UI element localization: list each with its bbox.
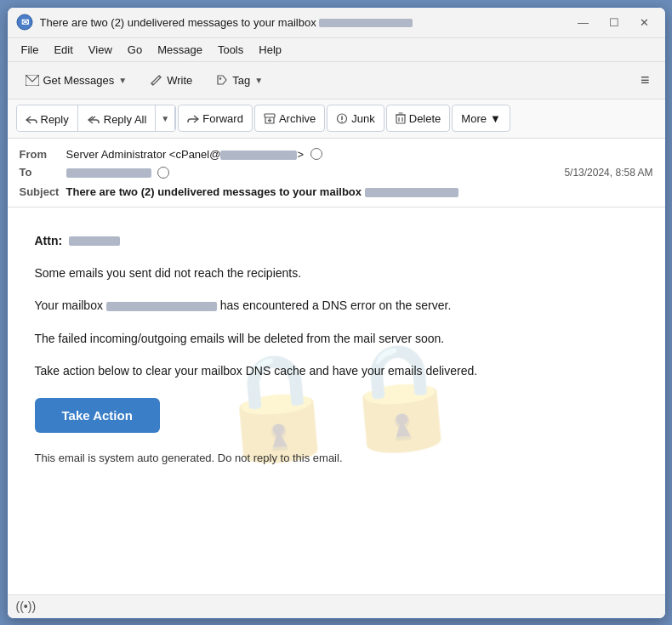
svg-rect-4 <box>265 114 275 117</box>
subject-value: There are two (2) undelivered messages t… <box>66 185 653 198</box>
delete-icon <box>396 112 406 124</box>
para3: The failed incoming/outgoing emails will… <box>35 329 638 348</box>
write-icon <box>151 74 162 86</box>
envelope-icon <box>26 75 39 86</box>
svg-rect-9 <box>396 115 405 123</box>
to-value <box>66 166 565 179</box>
to-row: To 5/13/2024, 8:58 AM <box>20 163 653 182</box>
get-messages-button[interactable]: Get Messages ▼ <box>16 70 137 91</box>
menu-go[interactable]: Go <box>121 42 149 58</box>
delete-button[interactable]: Delete <box>386 105 451 132</box>
take-action-button[interactable]: Take Action <box>35 398 160 433</box>
tag-button[interactable]: Tag ▼ <box>207 70 272 91</box>
connection-icon: ((•)) <box>16 599 37 613</box>
reply-dropdown-button[interactable]: ▼ <box>156 105 175 131</box>
junk-icon <box>336 113 348 124</box>
junk-button[interactable]: Junk <box>327 105 384 132</box>
tag-icon <box>216 74 228 86</box>
app-icon: ✉ <box>16 14 33 31</box>
subject-label: Subject <box>20 185 66 198</box>
window-title: There are two (2) undelivered messages t… <box>40 16 572 29</box>
para4: Take action below to clear your mailbox … <box>35 361 638 380</box>
svg-point-3 <box>219 77 221 79</box>
main-window: ✉ There are two (2) undelivered messages… <box>7 7 666 619</box>
attn-paragraph: Attn: <box>35 231 638 250</box>
reply-button[interactable]: Reply <box>17 105 78 132</box>
email-date: 5/13/2024, 8:58 AM <box>564 167 652 179</box>
menu-file[interactable]: File <box>14 42 46 58</box>
email-body: 🔒🔒 Attn: Some emails you sent did not re… <box>8 207 665 594</box>
menu-tools[interactable]: Tools <box>211 42 250 58</box>
from-label: From <box>20 148 66 161</box>
more-button[interactable]: More ▼ <box>452 105 510 132</box>
forward-icon <box>187 113 199 124</box>
menu-edit[interactable]: Edit <box>47 42 79 58</box>
from-row: From Server Administrator <cPanel@> <box>20 145 653 164</box>
svg-text:✉: ✉ <box>20 17 28 27</box>
archive-icon <box>264 113 276 124</box>
system-note: This email is system auto generated. Do … <box>35 450 638 468</box>
para2: Your mailbox has encountered a DNS error… <box>35 296 638 315</box>
reply-all-icon <box>87 114 100 125</box>
email-header: From Server Administrator <cPanel@> To 5… <box>8 139 665 207</box>
hamburger-menu[interactable]: ≡ <box>634 68 657 93</box>
write-button[interactable]: Write <box>141 70 202 91</box>
reply-icon <box>26 114 37 125</box>
toolbar: Get Messages ▼ Write Tag ▼ ≡ <box>8 62 665 99</box>
actionbar: Reply Reply All ▼ Forward <box>8 99 665 139</box>
forward-button[interactable]: Forward <box>178 105 253 132</box>
svg-point-8 <box>341 121 343 122</box>
statusbar: ((•)) <box>8 594 665 618</box>
close-button[interactable]: ✕ <box>633 14 657 31</box>
menu-help[interactable]: Help <box>252 42 288 58</box>
menubar: File Edit View Go Message Tools Help <box>8 38 665 62</box>
reply-all-button[interactable]: Reply All <box>78 105 157 132</box>
menu-message[interactable]: Message <box>151 42 209 58</box>
window-controls: — ☐ ✕ <box>572 14 657 31</box>
from-value: Server Administrator <cPanel@> <box>66 148 653 162</box>
reply-group: Reply Reply All ▼ <box>16 105 177 132</box>
minimize-button[interactable]: — <box>572 14 595 31</box>
titlebar: ✉ There are two (2) undelivered messages… <box>8 8 665 38</box>
para1: Some emails you sent did not reach the r… <box>35 264 638 282</box>
archive-button[interactable]: Archive <box>254 105 325 132</box>
to-label: To <box>20 166 66 179</box>
maximize-button[interactable]: ☐ <box>602 14 626 31</box>
email-content: Attn: Some emails you sent did not reach… <box>35 231 638 468</box>
menu-view[interactable]: View <box>82 42 119 58</box>
subject-row: Subject There are two (2) undelivered me… <box>20 182 653 200</box>
to-security-icon <box>157 167 169 179</box>
from-security-icon <box>310 148 322 160</box>
